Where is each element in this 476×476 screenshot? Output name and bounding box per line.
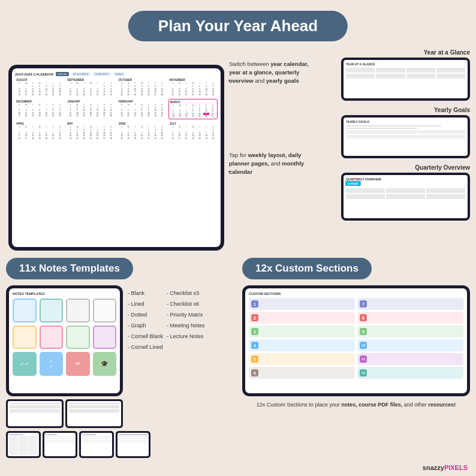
right-panels-container: Year at a Glance Year at a Glance Yearly… <box>341 49 470 221</box>
quarterly-overview-label: Quarterly Overview <box>341 164 470 171</box>
calendar-tab-annual[interactable]: ANNUAL <box>56 72 69 76</box>
notes-tablet-container: Notes Templates <box>6 285 123 428</box>
calendar-grid: August SMTWTFS 12345 6789101112 13141516… <box>15 77 218 141</box>
month-july: July SMTWTFS 1 2345678 9101112131415 161… <box>168 121 218 141</box>
calendar-year-label: 2023-2024 CALENDAR <box>15 73 53 76</box>
page-title: Plan Your Year Ahead <box>158 17 318 35</box>
notes-list-col1: - Blank - Lined - Dotted - Graph - Corne… <box>128 288 163 428</box>
year-at-glance-tablet: Year at a Glance <box>341 58 470 101</box>
notes-content-area: Notes Templates <box>6 285 234 428</box>
quarterly-overview-tablet: Quarterly Overview Linked! <box>341 173 470 221</box>
annotation-top: Switch between year calendar, year at a … <box>229 60 316 85</box>
brand: snazzyPIXELS <box>423 464 468 471</box>
year-at-glance-label: Year at a Glance <box>341 49 470 56</box>
brand-snazzy: snazzy <box>423 464 444 471</box>
yearly-goals-tablet: Yearly Goals <box>341 115 470 158</box>
month-october: October SMTWTFS 1234567 891011121314 151… <box>118 77 167 97</box>
month-february: February SMTWTFS 1234 567891011 12131415… <box>118 99 167 120</box>
custom-section-banner: 12x Custom Sections <box>242 258 372 279</box>
main-calendar-tablet: 2023-2024 CALENDAR ANNUAL AT A GLANCE QU… <box>8 53 224 251</box>
month-may: May SMTWTFS 1234567 891011121314 1516171… <box>66 121 115 141</box>
notes-title: 11x Notes Templates <box>19 263 120 275</box>
bottom-preview-row <box>6 431 234 458</box>
arrow-dot-2 <box>228 171 230 172</box>
custom-title: 12x Custom Sections <box>255 263 358 275</box>
month-june: June SMTWTFS 123 45678910 11121314151617… <box>118 121 167 141</box>
notes-section: 11x Notes Templates Notes Templates <box>6 258 234 458</box>
month-april: April SMTWTFS 1 2345678 9101112131415 16… <box>15 121 64 141</box>
calendar-tab-quarterly[interactable]: QUARTERLY <box>93 72 111 76</box>
month-november: November SMTWTFS 1234 567891011 12131415… <box>168 77 218 97</box>
custom-tablet: Custom Sections 1 2 3 <box>242 285 470 396</box>
month-august: August SMTWTFS 12345 6789101112 13141516… <box>15 77 64 97</box>
custom-sections: 12x Custom Sections Custom Sections 1 2 <box>242 258 470 458</box>
calendar-tab-year[interactable]: AT A GLANCE <box>71 72 91 76</box>
notes-section-banner: 11x Notes Templates <box>6 258 133 279</box>
custom-description: 12x Custom Sections to place your notes,… <box>242 401 470 409</box>
title-banner: Plan Your Year Ahead <box>128 11 348 41</box>
month-january: January SMTWTFS 1234567 891011121314 151… <box>66 99 115 120</box>
calendar-tab-goals[interactable]: GOALS <box>113 72 125 76</box>
month-december: December SMTWTFS 12 3456789 101112131415… <box>15 99 64 120</box>
month-march: March SMTWTFS 1234 567891011 12131415161… <box>168 99 218 120</box>
notes-list: - Blank - Lined - Dotted - Graph - Corne… <box>128 288 205 428</box>
notes-list-col2: - Checklist x3 - Checklist x6 - Priority… <box>167 288 205 428</box>
arrow-dot-1 <box>228 80 230 81</box>
yearly-goals-label: Yearly Goals <box>341 107 470 113</box>
notes-tablet: Notes Templates <box>6 285 123 396</box>
month-september: September SMTWTFS 12 3456789 10111213141… <box>66 77 115 97</box>
linked-badge-quarterly: Linked! <box>345 181 361 186</box>
brand-pixels: PIXELS <box>444 464 468 471</box>
bottom-section: 11x Notes Templates Notes Templates <box>6 258 470 458</box>
annotation-bottom: Tap for weekly layout, daily planner pag… <box>229 151 316 176</box>
